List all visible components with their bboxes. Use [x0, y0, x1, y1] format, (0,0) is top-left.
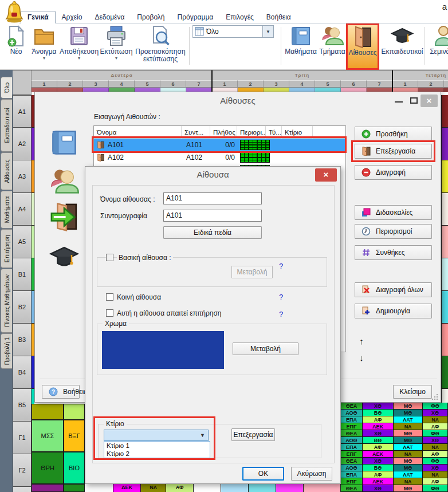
toolbar-button-label: Μαθήματα [284, 48, 317, 56]
help-question-mark[interactable]: ? [279, 293, 283, 301]
toolbar-Εκπαιδευτικοί-button[interactable]: Εκπαιδευτικοί [380, 25, 424, 69]
sidebar-tab-Μαθήματα[interactable]: Μαθήματα [1, 191, 12, 229]
view-selector-combo[interactable]: Όλο ▼ [192, 25, 274, 38]
shared-room-checkbox[interactable] [106, 293, 113, 301]
room-abbr-cell: A101 [186, 139, 202, 151]
column-header-Κτίριο[interactable]: Κτίριο [282, 126, 313, 139]
sidebar-tab-Αίθουσες[interactable]: Αίθουσες [1, 152, 12, 190]
timetable-cell-ΝΛ: ΝΛ [394, 478, 423, 485]
Διδασκαλίες-button[interactable]: Διδασκαλίες [355, 205, 432, 220]
column-header-Τύ...[interactable]: Τύ... [266, 126, 282, 139]
toolbar-button-label: Νέο [5, 48, 27, 56]
ok-button[interactable]: OK [242, 467, 284, 481]
dropdown-arrow-icon[interactable]: ▾ [60, 56, 99, 61]
maximize-icon[interactable] [410, 97, 418, 104]
menu-item-Αρχείο[interactable]: Αρχείο [56, 11, 89, 23]
menu-item-Προβολή[interactable]: Προβολή [131, 11, 171, 23]
menu-item-Γενικά[interactable]: Γενικά [21, 11, 56, 23]
window-title-fragment: a [442, 2, 447, 11]
building-combobox[interactable]: ▼ [104, 430, 209, 441]
building-option-Κτίριο 1[interactable]: Κτίριο 1 [104, 442, 210, 450]
timetable-cell [276, 484, 304, 492]
close-icon[interactable]: × [315, 168, 337, 182]
toolbar-Αίθουσες-button[interactable]: Αίθουσες [346, 23, 379, 70]
sidebar-tab-Πίνακας Μαθημάτων[interactable]: Πίνακας Μαθημάτων [1, 269, 12, 333]
toolbar-separator [425, 27, 425, 65]
timetable-cell-ΧΘ: ΧΘ [363, 430, 394, 437]
Διαγραφή-button[interactable]: Διαγραφή [355, 165, 432, 180]
chevron-down-icon[interactable]: ▼ [200, 432, 205, 438]
toolbar-open-folder-button[interactable]: Άνοιγμα▾ [27, 25, 61, 69]
toolbar-button-label: Τμήματα [319, 48, 346, 56]
move-down-arrow[interactable]: ↓ [356, 353, 367, 363]
Διαγραφή όλων-button[interactable]: Διαγραφή όλων [355, 282, 432, 297]
new-document-icon [5, 25, 27, 48]
Συνθήκες-button[interactable]: Συνθήκες [355, 245, 432, 260]
toolbar-Τμήματα-button[interactable]: Τμήματα [319, 25, 346, 69]
room-abbr-input[interactable]: A101 [163, 210, 262, 222]
Περιορισμοί-button[interactable]: Περιορισμοί [355, 224, 432, 239]
close-dialog-button[interactable]: Κλείσιμο [393, 385, 432, 399]
dropdown-arrow-icon[interactable]: ▾ [27, 56, 61, 61]
help-question-mark[interactable]: ? [279, 310, 283, 318]
column-header-filler [313, 126, 346, 139]
help-question-mark[interactable]: ? [279, 262, 283, 270]
graduation-cap-icon [391, 25, 414, 48]
resize-grip[interactable] [431, 393, 438, 400]
sidebar-tab-Προβολή 1[interactable]: Προβολή 1 [1, 333, 12, 369]
sidebar-tab-Εκπαιδευτικοί[interactable]: Εκπαιδευτικοί [1, 99, 12, 152]
sidebar-tab-Επιτήρηση[interactable]: Επιτήρηση [1, 229, 12, 268]
timetable-cell [64, 484, 85, 492]
room-name-input[interactable]: A101 [163, 192, 262, 204]
menu-item-Δεδομένα[interactable]: Δεδομένα [88, 11, 131, 23]
toolbar-Σεμινάρια-button[interactable]: Σεμινάρια [427, 25, 448, 69]
timetable-cell-ΔΕΚ: ΔΕΚ [113, 484, 141, 492]
Επεξεργασία-button[interactable]: Επεξεργασία [355, 144, 432, 159]
supervision-checkbox[interactable] [106, 309, 113, 317]
home-room-checkbox[interactable] [106, 254, 113, 261]
menu-item-Βοήθεια[interactable]: Βοήθεια [260, 11, 297, 23]
building-edit-button[interactable]: Επεξεργασία [231, 428, 275, 441]
toolbar-new-document-button[interactable]: Νέο [5, 25, 27, 69]
move-up-arrow[interactable]: ↑ [356, 336, 367, 346]
column-header-Πλήθος[interactable]: Πλήθος [210, 126, 237, 139]
minimize-icon[interactable] [395, 101, 403, 103]
timetable-cell-ΦΘ: ΦΘ [423, 458, 448, 465]
table-row-A101[interactable]: A101A1010/0 [94, 139, 345, 151]
menu-item-Επιλογές[interactable]: Επιλογές [219, 11, 260, 23]
toolbar-button-label: Εκπαιδευτικοί [380, 48, 424, 56]
create-icon [361, 306, 371, 316]
toolbar-print-button[interactable]: Εκτύπωση▾ [99, 25, 134, 69]
toolbar-Μαθήματα-button[interactable]: Μαθήματα [284, 25, 317, 69]
table-row-A102[interactable]: A102A1020/0 [94, 151, 345, 164]
room-dialog-titlebar[interactable]: Αίθουσα [85, 167, 340, 183]
help-icon: ? [49, 387, 58, 396]
sidebar-tab-Όλο[interactable]: Όλο [1, 77, 12, 99]
timetable-cell-ΒΘ: ΒΘ [363, 437, 394, 444]
grid-cell-sliver [441, 128, 448, 160]
button-label: Συνθήκες [376, 249, 404, 257]
column-header-Συντ...[interactable]: Συντ... [182, 126, 210, 139]
dropdown-arrow-icon[interactable]: ▾ [99, 56, 134, 61]
help-button[interactable]: ? Βοήθεια [42, 385, 80, 399]
cancel-button[interactable]: Ακύρωση [291, 467, 332, 481]
chevron-down-icon[interactable]: ▼ [262, 26, 273, 37]
close-icon[interactable]: × [421, 95, 438, 107]
Δημιουργία-button[interactable]: Δημιουργία [355, 304, 432, 318]
color-change-button[interactable]: Μεταβολή [233, 343, 298, 355]
column-header-Όνομα[interactable]: Όνομα [94, 126, 182, 139]
toolbar-save-button[interactable]: Αποθήκευση▾ [60, 25, 99, 69]
Προσθήκη-button[interactable]: Προσθήκη [355, 127, 432, 141]
timetable-cell-ΜΘ: ΜΘ [394, 410, 423, 416]
column-header-Περιορι...[interactable]: Περιορι... [237, 126, 266, 139]
toolbar-print-preview-button[interactable]: Προεπισκόπηση εκτύπωσης [133, 25, 188, 69]
timetable-cell-ΑΟΘ: ΑΟΘ [341, 410, 363, 416]
rooms-dialog-titlebar[interactable]: Αίθουσες [35, 92, 441, 109]
special-fields-button[interactable]: Ειδικά πεδία [163, 226, 262, 239]
sidebar-tab-label: Μαθήματα [3, 196, 10, 223]
period-header-4: 4 [109, 80, 135, 88]
menu-item-Πρόγραμμα[interactable]: Πρόγραμμα [171, 11, 220, 23]
building-option-Κτίριο 2[interactable]: Κτίριο 2 [104, 450, 210, 458]
students-icon [321, 25, 344, 48]
timetable-cell-ΑΦ: ΑΦ [363, 471, 394, 478]
